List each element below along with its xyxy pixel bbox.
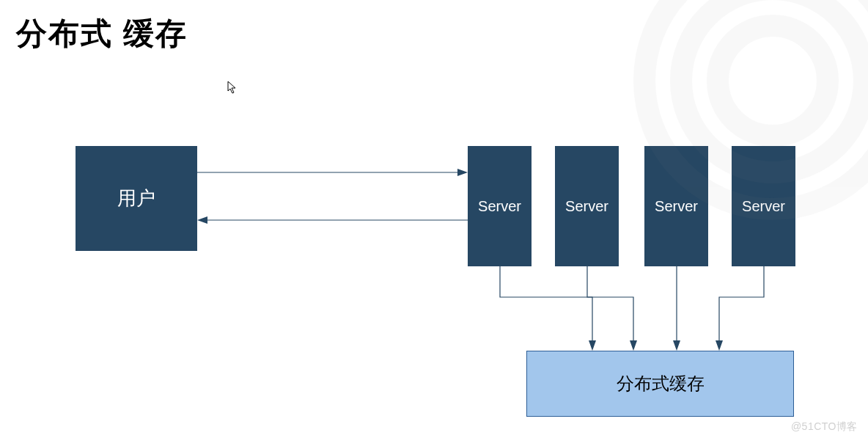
user-label: 用户 [117,186,155,211]
server-node-2: Server [555,146,619,266]
arrowhead-left-icon [197,216,207,224]
watermark-text: @51CTO博客 [791,420,858,434]
distributed-cache-node: 分布式缓存 [526,351,794,417]
connector-s2-cache [587,266,633,342]
server-label: Server [655,198,698,215]
server-label: Server [565,198,608,215]
server-label: Server [742,198,785,215]
slide-title: 分布式 缓存 [16,13,188,54]
arrowhead-down-icon [630,340,637,351]
server-node-1: Server [468,146,532,266]
arrowhead-down-icon [716,340,723,351]
server-node-4: Server [732,146,795,266]
user-node: 用户 [76,146,197,251]
arrowhead-right-icon [457,169,468,176]
connector-s1-cache [500,266,592,342]
cursor-icon [227,81,238,94]
cache-label: 分布式缓存 [617,372,705,395]
server-label: Server [478,198,521,215]
server-node-3: Server [644,146,708,266]
connector-s4-cache [719,266,764,342]
arrowhead-down-icon [673,340,680,351]
arrowhead-down-icon [589,340,596,351]
